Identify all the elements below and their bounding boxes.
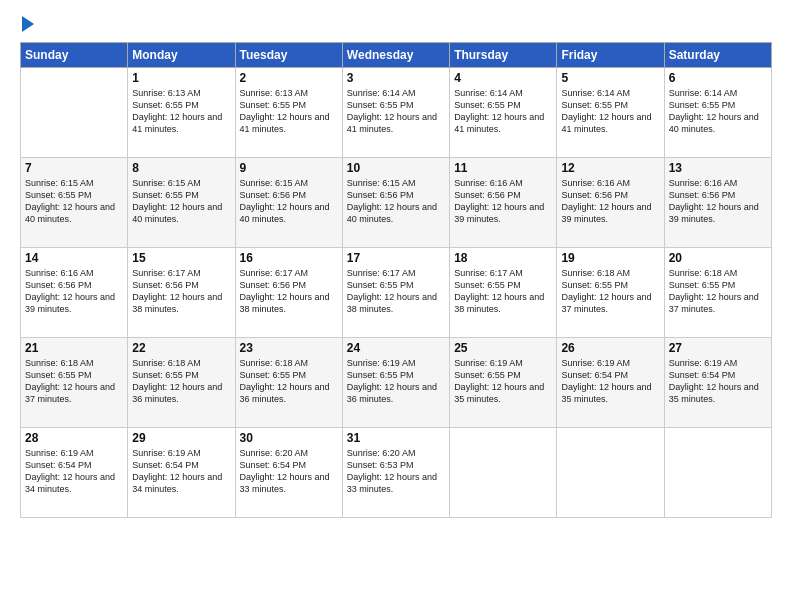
day-info: Sunrise: 6:18 AMSunset: 6:55 PMDaylight:… [25,357,123,406]
logo-text [20,16,34,32]
day-info: Sunrise: 6:17 AMSunset: 6:56 PMDaylight:… [132,267,230,316]
day-info: Sunrise: 6:18 AMSunset: 6:55 PMDaylight:… [669,267,767,316]
day-number: 6 [669,71,767,85]
calendar-cell: 22Sunrise: 6:18 AMSunset: 6:55 PMDayligh… [128,338,235,428]
calendar-cell: 23Sunrise: 6:18 AMSunset: 6:55 PMDayligh… [235,338,342,428]
calendar-cell: 15Sunrise: 6:17 AMSunset: 6:56 PMDayligh… [128,248,235,338]
day-number: 2 [240,71,338,85]
day-info: Sunrise: 6:18 AMSunset: 6:55 PMDaylight:… [561,267,659,316]
weekday-friday: Friday [557,43,664,68]
day-info: Sunrise: 6:19 AMSunset: 6:55 PMDaylight:… [454,357,552,406]
day-number: 1 [132,71,230,85]
day-info: Sunrise: 6:19 AMSunset: 6:54 PMDaylight:… [561,357,659,406]
week-row-5: 28Sunrise: 6:19 AMSunset: 6:54 PMDayligh… [21,428,772,518]
day-info: Sunrise: 6:15 AMSunset: 6:56 PMDaylight:… [240,177,338,226]
calendar-body: 1Sunrise: 6:13 AMSunset: 6:55 PMDaylight… [21,68,772,518]
calendar-cell: 12Sunrise: 6:16 AMSunset: 6:56 PMDayligh… [557,158,664,248]
day-number: 29 [132,431,230,445]
page: SundayMondayTuesdayWednesdayThursdayFrid… [0,0,792,612]
calendar-cell: 30Sunrise: 6:20 AMSunset: 6:54 PMDayligh… [235,428,342,518]
weekday-thursday: Thursday [450,43,557,68]
day-info: Sunrise: 6:16 AMSunset: 6:56 PMDaylight:… [561,177,659,226]
day-info: Sunrise: 6:14 AMSunset: 6:55 PMDaylight:… [561,87,659,136]
calendar-cell: 6Sunrise: 6:14 AMSunset: 6:55 PMDaylight… [664,68,771,158]
day-info: Sunrise: 6:19 AMSunset: 6:54 PMDaylight:… [25,447,123,496]
day-info: Sunrise: 6:17 AMSunset: 6:55 PMDaylight:… [454,267,552,316]
calendar-cell: 4Sunrise: 6:14 AMSunset: 6:55 PMDaylight… [450,68,557,158]
calendar-cell: 29Sunrise: 6:19 AMSunset: 6:54 PMDayligh… [128,428,235,518]
day-info: Sunrise: 6:15 AMSunset: 6:55 PMDaylight:… [25,177,123,226]
week-row-4: 21Sunrise: 6:18 AMSunset: 6:55 PMDayligh… [21,338,772,428]
calendar-cell: 9Sunrise: 6:15 AMSunset: 6:56 PMDaylight… [235,158,342,248]
day-number: 25 [454,341,552,355]
week-row-1: 1Sunrise: 6:13 AMSunset: 6:55 PMDaylight… [21,68,772,158]
calendar-cell: 18Sunrise: 6:17 AMSunset: 6:55 PMDayligh… [450,248,557,338]
day-info: Sunrise: 6:14 AMSunset: 6:55 PMDaylight:… [669,87,767,136]
calendar-cell [21,68,128,158]
logo [20,16,34,32]
day-info: Sunrise: 6:13 AMSunset: 6:55 PMDaylight:… [132,87,230,136]
day-info: Sunrise: 6:20 AMSunset: 6:54 PMDaylight:… [240,447,338,496]
day-number: 16 [240,251,338,265]
week-row-2: 7Sunrise: 6:15 AMSunset: 6:55 PMDaylight… [21,158,772,248]
calendar-cell: 17Sunrise: 6:17 AMSunset: 6:55 PMDayligh… [342,248,449,338]
day-number: 3 [347,71,445,85]
logo-arrow-icon [22,16,34,32]
day-info: Sunrise: 6:17 AMSunset: 6:55 PMDaylight:… [347,267,445,316]
calendar-cell: 21Sunrise: 6:18 AMSunset: 6:55 PMDayligh… [21,338,128,428]
day-info: Sunrise: 6:20 AMSunset: 6:53 PMDaylight:… [347,447,445,496]
day-number: 20 [669,251,767,265]
day-number: 18 [454,251,552,265]
day-info: Sunrise: 6:16 AMSunset: 6:56 PMDaylight:… [669,177,767,226]
calendar-cell [664,428,771,518]
calendar-cell: 1Sunrise: 6:13 AMSunset: 6:55 PMDaylight… [128,68,235,158]
day-number: 8 [132,161,230,175]
day-number: 17 [347,251,445,265]
calendar-cell: 24Sunrise: 6:19 AMSunset: 6:55 PMDayligh… [342,338,449,428]
day-info: Sunrise: 6:19 AMSunset: 6:54 PMDaylight:… [132,447,230,496]
calendar-cell: 16Sunrise: 6:17 AMSunset: 6:56 PMDayligh… [235,248,342,338]
day-number: 31 [347,431,445,445]
weekday-saturday: Saturday [664,43,771,68]
day-number: 5 [561,71,659,85]
day-number: 11 [454,161,552,175]
day-number: 4 [454,71,552,85]
day-number: 27 [669,341,767,355]
day-info: Sunrise: 6:14 AMSunset: 6:55 PMDaylight:… [454,87,552,136]
day-number: 7 [25,161,123,175]
calendar-cell: 14Sunrise: 6:16 AMSunset: 6:56 PMDayligh… [21,248,128,338]
calendar-cell: 31Sunrise: 6:20 AMSunset: 6:53 PMDayligh… [342,428,449,518]
calendar-cell: 13Sunrise: 6:16 AMSunset: 6:56 PMDayligh… [664,158,771,248]
day-number: 30 [240,431,338,445]
day-info: Sunrise: 6:19 AMSunset: 6:55 PMDaylight:… [347,357,445,406]
weekday-wednesday: Wednesday [342,43,449,68]
day-number: 21 [25,341,123,355]
calendar-cell: 28Sunrise: 6:19 AMSunset: 6:54 PMDayligh… [21,428,128,518]
day-info: Sunrise: 6:19 AMSunset: 6:54 PMDaylight:… [669,357,767,406]
day-info: Sunrise: 6:14 AMSunset: 6:55 PMDaylight:… [347,87,445,136]
calendar-cell: 26Sunrise: 6:19 AMSunset: 6:54 PMDayligh… [557,338,664,428]
day-info: Sunrise: 6:13 AMSunset: 6:55 PMDaylight:… [240,87,338,136]
calendar-cell: 7Sunrise: 6:15 AMSunset: 6:55 PMDaylight… [21,158,128,248]
calendar-cell: 8Sunrise: 6:15 AMSunset: 6:55 PMDaylight… [128,158,235,248]
weekday-sunday: Sunday [21,43,128,68]
day-number: 15 [132,251,230,265]
day-number: 24 [347,341,445,355]
calendar-cell: 5Sunrise: 6:14 AMSunset: 6:55 PMDaylight… [557,68,664,158]
day-number: 22 [132,341,230,355]
calendar-cell: 2Sunrise: 6:13 AMSunset: 6:55 PMDaylight… [235,68,342,158]
weekday-tuesday: Tuesday [235,43,342,68]
header [20,16,772,32]
weekday-monday: Monday [128,43,235,68]
calendar-cell [557,428,664,518]
calendar-cell: 25Sunrise: 6:19 AMSunset: 6:55 PMDayligh… [450,338,557,428]
calendar-header: SundayMondayTuesdayWednesdayThursdayFrid… [21,43,772,68]
calendar-cell: 19Sunrise: 6:18 AMSunset: 6:55 PMDayligh… [557,248,664,338]
day-info: Sunrise: 6:17 AMSunset: 6:56 PMDaylight:… [240,267,338,316]
day-number: 13 [669,161,767,175]
week-row-3: 14Sunrise: 6:16 AMSunset: 6:56 PMDayligh… [21,248,772,338]
calendar-cell [450,428,557,518]
day-info: Sunrise: 6:16 AMSunset: 6:56 PMDaylight:… [454,177,552,226]
calendar-cell: 11Sunrise: 6:16 AMSunset: 6:56 PMDayligh… [450,158,557,248]
day-number: 19 [561,251,659,265]
